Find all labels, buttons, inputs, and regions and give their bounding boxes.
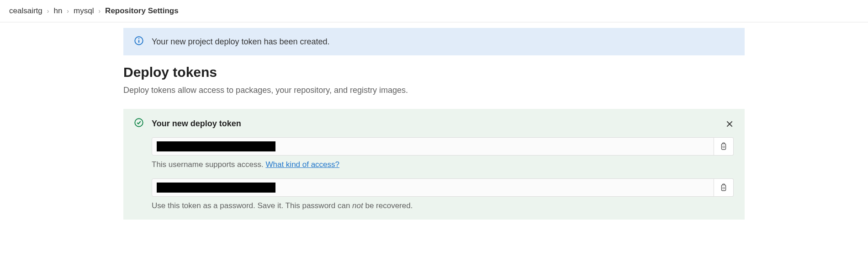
username-help-text: This username supports access. <box>152 160 265 169</box>
alert-info: Your new project deploy token has been c… <box>123 28 745 55</box>
alert-text: Your new project deploy token has been c… <box>152 37 330 47</box>
breadcrumb-item-2[interactable]: mysql <box>74 6 94 16</box>
token-help-prefix: Use this token as a password. Save it. T… <box>152 201 352 210</box>
access-help-link[interactable]: What kind of access? <box>265 160 339 169</box>
token-section: Use this token as a password. Save it. T… <box>152 178 734 210</box>
breadcrumb: cealsairtg › hn › mysql › Repository Set… <box>0 0 868 22</box>
copy-username-button[interactable] <box>714 137 734 156</box>
svg-rect-9 <box>723 187 724 188</box>
chevron-right-icon: › <box>98 7 101 15</box>
svg-rect-8 <box>722 185 726 190</box>
token-help-em: not <box>352 201 363 210</box>
chevron-right-icon: › <box>47 7 49 15</box>
username-help: This username supports access. What kind… <box>152 160 734 169</box>
deploy-token-panel: Your new deploy token This username supp… <box>123 109 745 220</box>
panel-title: Your new deploy token <box>152 119 241 129</box>
username-value-redacted <box>157 141 275 151</box>
svg-rect-6 <box>722 144 726 149</box>
token-help-suffix: be recovered. <box>363 201 413 210</box>
copy-token-button[interactable] <box>714 178 734 197</box>
username-input[interactable] <box>152 137 714 156</box>
check-circle-icon <box>134 118 143 129</box>
page-description: Deploy tokens allow access to packages, … <box>123 86 745 95</box>
clipboard-icon <box>720 183 728 192</box>
breadcrumb-item-0[interactable]: cealsairtg <box>9 6 42 16</box>
breadcrumb-item-current: Repository Settings <box>105 6 179 16</box>
close-icon <box>725 120 734 128</box>
token-value-redacted <box>157 183 275 193</box>
svg-point-2 <box>138 38 139 39</box>
clipboard-icon <box>720 142 728 151</box>
info-icon <box>134 36 143 47</box>
username-section: This username supports access. What kind… <box>152 137 734 169</box>
breadcrumb-item-1[interactable]: hn <box>53 6 62 16</box>
token-help: Use this token as a password. Save it. T… <box>152 201 734 210</box>
close-button[interactable] <box>724 118 736 131</box>
svg-rect-7 <box>723 146 724 147</box>
token-input[interactable] <box>152 178 714 197</box>
chevron-right-icon: › <box>67 7 69 15</box>
page-title: Deploy tokens <box>123 65 745 80</box>
